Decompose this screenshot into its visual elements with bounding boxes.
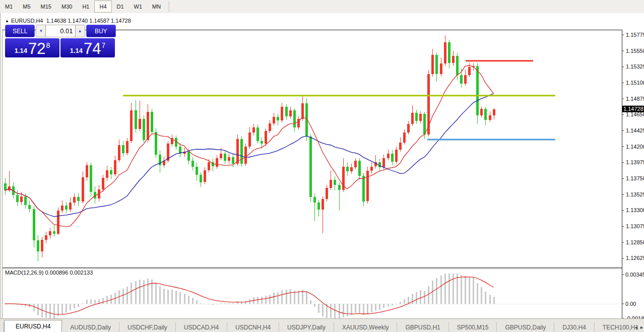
timeframe-button-h1[interactable]: H1: [77, 1, 94, 13]
timeframe-button-mn[interactable]: MN: [147, 1, 166, 13]
macd-histogram-bar: [78, 304, 79, 307]
macd-histogram-bar: [469, 277, 470, 304]
macd-histogram-bar: [477, 283, 478, 304]
candle: [415, 110, 418, 124]
sell-button[interactable]: SELL: [5, 25, 35, 37]
macd-histogram-bar: [363, 304, 364, 315]
candles-layer[interactable]: [4, 35, 495, 261]
volume-increase-button[interactable]: ▲: [76, 25, 85, 37]
macd-histogram-bar: [192, 298, 194, 304]
macd-histogram-bar: [25, 304, 26, 306]
volume-input[interactable]: [45, 25, 75, 37]
price-axis-label[interactable]: 1.15775: [626, 32, 644, 38]
price-axis-label[interactable]: 1.15100: [626, 80, 644, 86]
chart-tab-usdchf-daily[interactable]: USDCHF,Daily: [119, 322, 176, 332]
macd-histogram-bar: [404, 299, 405, 304]
macd-histogram-bar: [49, 304, 51, 318]
chart-tab-eurusd-h4[interactable]: EURUSD,H4: [4, 320, 62, 332]
candle: [281, 103, 283, 122]
timeframe-button-d1[interactable]: D1: [112, 1, 129, 13]
price-axis-label[interactable]: 1.13300: [626, 207, 644, 213]
timeframe-button-m30[interactable]: M30: [56, 1, 77, 13]
macd-histogram-bar: [155, 283, 157, 304]
candle: [350, 164, 353, 174]
timeframe-button-m1[interactable]: M1: [0, 1, 18, 13]
candle: [256, 124, 259, 144]
chart-tab-dj30-h4[interactable]: DJ30,H4: [554, 322, 595, 332]
chart-tab-usdjpy-daily[interactable]: USDJPY,Daily: [279, 322, 334, 332]
macd-histogram-bar: [334, 304, 336, 318]
candle: [106, 166, 108, 181]
chart-tab-usdcad-h4[interactable]: USDCAD,H4: [176, 322, 227, 332]
buy-price-button[interactable]: 1.14747: [60, 38, 115, 57]
candle: [41, 237, 43, 257]
chart-tab-gbpusd-daily[interactable]: GBPUSD,Daily: [497, 322, 554, 332]
volume-stepper: ▼ ▲: [36, 25, 85, 37]
price-axis-label[interactable]: 1.12625: [626, 255, 644, 261]
candle: [220, 148, 222, 160]
price-chart[interactable]: MACD(12,26,9) 0.000896 0.0021331.157751.…: [1, 13, 644, 332]
sell-price-button[interactable]: 1.14728: [5, 38, 59, 57]
macd-histogram-bar: [392, 304, 393, 305]
tab-scroll-right-icon[interactable]: ▸: [640, 324, 643, 330]
tabs-holder: EURUSD,H4AUDUSD,DailyUSDCHF,DailyUSDCAD,…: [4, 320, 644, 332]
macd-histogram-bar: [135, 281, 137, 304]
candle: [110, 167, 112, 179]
candle: [49, 228, 51, 239]
macd-histogram-bar: [314, 304, 315, 307]
timeframe-button-h4[interactable]: H4: [94, 1, 111, 13]
candle: [126, 138, 128, 155]
chart-tab-gbpusd-h1[interactable]: GBPUSD,H1: [397, 322, 448, 332]
macd-histogram-bar: [126, 287, 128, 304]
macd-histogram-bar: [440, 276, 442, 304]
macd-histogram-bar: [143, 280, 145, 304]
price-axis-label[interactable]: 1.14200: [626, 144, 644, 150]
chart-tab-audusd-daily[interactable]: AUDUSD,Daily: [62, 322, 119, 332]
chart-tab-sp500-m15[interactable]: SP500,M15: [449, 322, 497, 332]
volume-decrease-button[interactable]: ▼: [36, 25, 45, 37]
candle: [159, 150, 161, 173]
price-axis-label[interactable]: 1.15325: [626, 63, 644, 70]
candle: [289, 107, 292, 119]
candle: [326, 185, 328, 201]
macd-histogram-bar: [131, 283, 132, 304]
timeframe-button-m15[interactable]: M15: [36, 1, 56, 13]
price-axis-label[interactable]: 1.13750: [626, 175, 644, 181]
price-axis-label[interactable]: 1.15550: [626, 48, 644, 54]
chart-tab-xauusd-weekly[interactable]: XAUUSD,Weekly: [334, 322, 397, 332]
price-axis-label[interactable]: 1.14650: [626, 111, 644, 117]
macd-histogram-bar: [400, 302, 401, 304]
macd-histogram-bar: [375, 304, 376, 310]
candle: [435, 52, 438, 82]
tab-scroll-left-icon[interactable]: ◂: [635, 324, 637, 330]
macd-histogram-bar: [261, 297, 263, 304]
macd-histogram-bar: [45, 304, 47, 318]
candle: [130, 103, 133, 143]
candle: [57, 208, 59, 235]
candle: [65, 202, 68, 214]
macd-histogram-bar: [102, 298, 104, 304]
timeframe-button-w1[interactable]: W1: [129, 1, 148, 13]
candle: [244, 144, 247, 166]
price-axis-label[interactable]: 1.14425: [626, 127, 644, 134]
candle: [118, 140, 120, 162]
macd-histogram: [5, 274, 495, 319]
macd-histogram-bar: [159, 286, 161, 304]
price-axis-label[interactable]: 1.13525: [626, 191, 644, 197]
price-axis-label[interactable]: 1.13075: [626, 223, 644, 229]
buy-button[interactable]: BUY: [86, 25, 116, 37]
chart-tab-usdcnh-h4[interactable]: USDCNH,H4: [227, 322, 279, 332]
macd-histogram-bar: [257, 297, 259, 304]
candle: [395, 147, 398, 164]
macd-histogram-bar: [306, 292, 307, 304]
chart-ohlc-values: 1.14638 1.14740 1.14587 1.14728: [46, 18, 131, 24]
price-axis-label[interactable]: 1.12850: [626, 239, 644, 245]
price-axis-label[interactable]: 1.13975: [626, 159, 644, 165]
timeframe-button-m5[interactable]: M5: [18, 1, 35, 13]
macd-histogram-bar: [424, 291, 425, 304]
candle: [122, 141, 124, 157]
chart-window[interactable]: MACD(12,26,9) 0.000896 0.0021331.157751.…: [0, 13, 644, 318]
macd-histogram-bar: [408, 297, 409, 304]
price-axis-label[interactable]: 1.14875: [626, 96, 644, 102]
macd-histogram-bar: [106, 296, 108, 304]
